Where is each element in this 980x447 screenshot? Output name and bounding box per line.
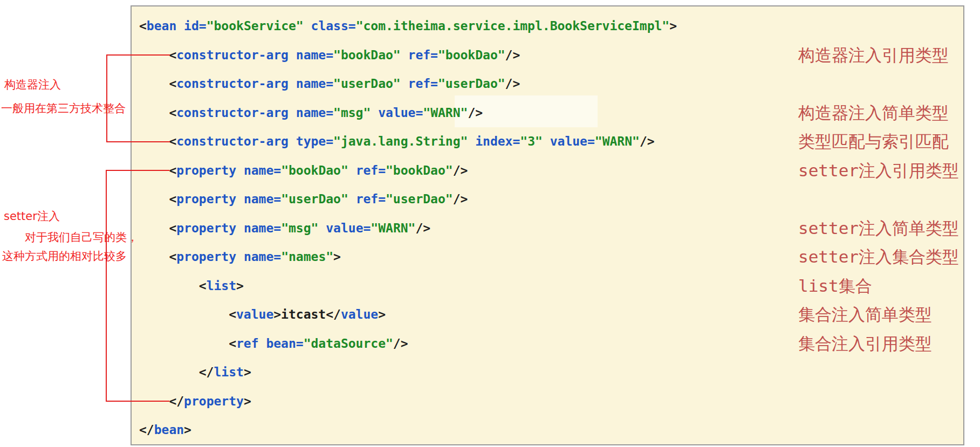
xml-name-token: property: [176, 221, 236, 235]
xml-value-token: "dataSource": [304, 336, 393, 350]
line-annotation-label: setter注入集合类型: [798, 243, 959, 272]
xml-plain-token: <: [139, 250, 176, 264]
xml-name-token: constructor-arg: [176, 48, 289, 62]
xml-plain-token: <: [139, 19, 147, 33]
xml-name-token: property: [176, 192, 236, 206]
xml-plain-token: >: [669, 19, 677, 33]
xml-plain-token: />: [505, 48, 520, 62]
line-annotation-label: 集合注入引用类型: [798, 329, 932, 359]
xml-plain-token: <: [139, 77, 176, 91]
xml-value-token: "bookService": [207, 19, 304, 33]
xml-plain-token: >: [184, 423, 191, 437]
line-annotation-label: setter注入简单类型: [798, 214, 959, 243]
xml-name-token: property: [176, 163, 236, 177]
xml-value-token: "WARN": [371, 221, 415, 235]
xml-plain-token: />: [505, 77, 520, 91]
xml-plain-token: >: [236, 279, 244, 293]
xml-value-token: "bookDao": [333, 48, 401, 62]
xml-name-token: id=: [184, 19, 207, 33]
xml-plain-token: [468, 134, 475, 148]
xml-name-token: name=: [296, 48, 333, 62]
setter-bracket-top-line: [106, 170, 169, 171]
xml-name-token: ref=: [356, 163, 386, 177]
xml-value-token: "userDao": [386, 192, 453, 206]
xml-plain-token: [289, 77, 296, 91]
xml-plain-token: >: [244, 365, 251, 379]
code-line: </property>: [139, 387, 963, 416]
xml-name-token: name=: [244, 221, 281, 235]
code-line: <constructor-arg name="userDao" ref="use…: [139, 70, 963, 99]
xml-value-token: "userDao": [438, 77, 505, 91]
xml-plain-token: [348, 163, 356, 177]
constructor-injection-note-title: 构造器注入: [4, 77, 61, 92]
xml-name-token: property: [184, 394, 244, 408]
setter-bracket-vertical-line: [106, 170, 107, 402]
xml-name-token: value=: [378, 106, 423, 120]
line-annotation-label: 集合注入简单类型: [798, 300, 932, 329]
xml-name-token: name=: [244, 192, 281, 206]
xml-name-token: bean=: [266, 336, 303, 350]
xml-value-token: "bookDao": [386, 163, 453, 177]
xml-value-token: "WARN": [595, 134, 640, 148]
xml-plain-token: [176, 19, 184, 33]
line-annotation-label: setter注入引用类型: [798, 156, 959, 185]
xml-name-token: list: [207, 279, 236, 293]
code-line: <property name="userDao" ref="userDao"/>: [139, 185, 963, 214]
xml-value-token: "bookDao": [438, 48, 505, 62]
xml-plain-token: [236, 192, 244, 206]
xml-plain-token: [236, 221, 244, 235]
xml-plain-token: />: [453, 192, 468, 206]
xml-plain-token: [236, 163, 244, 177]
code-line: </list>: [139, 358, 963, 387]
xml-plain-token: <: [139, 336, 236, 350]
xml-name-token: class=: [311, 19, 356, 33]
xml-plain-token: [371, 106, 378, 120]
xml-name-token: constructor-arg: [176, 134, 289, 148]
xml-name-token: bean: [154, 423, 184, 437]
xml-value-token: "3": [520, 134, 543, 148]
xml-name-token: ref: [236, 336, 259, 350]
xml-name-token: value=: [326, 221, 371, 235]
xml-plain-token: />: [468, 106, 483, 120]
xml-name-token: type=: [296, 134, 333, 148]
xml-name-token: ref=: [356, 192, 386, 206]
xml-plain-token: />: [393, 336, 408, 350]
xml-name-token: value: [341, 307, 378, 321]
xml-plain-token: [401, 48, 408, 62]
xml-plain-token: <: [139, 106, 176, 120]
xml-name-token: name=: [244, 250, 281, 264]
xml-value-token: "msg": [281, 221, 318, 235]
xml-name-token: constructor-arg: [176, 77, 289, 91]
xml-name-token: bean: [147, 19, 176, 33]
xml-value-token: "userDao": [333, 77, 401, 91]
line-annotation-label: 类型匹配与索引匹配: [798, 127, 949, 156]
constructor-bracket-vertical-line: [106, 54, 107, 142]
xml-value-token: "com.itheima.service.impl.BookServiceImp…: [356, 19, 670, 33]
xml-plain-token: [348, 192, 356, 206]
xml-plain-token: [401, 77, 408, 91]
xml-plain-token: >: [333, 250, 341, 264]
constructor-bracket-bottom-line: [106, 141, 170, 142]
setter-injection-note-desc1: 对于我们自己写的类，: [25, 230, 138, 245]
xml-plain-token: >: [244, 394, 251, 408]
xml-name-token: constructor-arg: [176, 106, 289, 120]
xml-value-token: "userDao": [281, 192, 348, 206]
xml-plain-token: [543, 134, 550, 148]
xml-plain-token: [236, 250, 244, 264]
constructor-bracket-top-line: [106, 54, 170, 56]
xml-name-token: value=: [550, 134, 595, 148]
xml-plain-token: />: [415, 221, 430, 235]
xml-value-token: "msg": [333, 106, 371, 120]
code-line: </bean>: [139, 416, 963, 445]
xml-name-token: index=: [475, 134, 520, 148]
xml-plain-token: >: [378, 307, 386, 321]
xml-plain-token: [289, 106, 296, 120]
setter-injection-note-desc2: 这种方式用的相对比较多: [2, 249, 127, 264]
slide-canvas: <bean id="bookService" class="com.itheim…: [0, 0, 980, 447]
xml-plain-token: <: [139, 307, 236, 321]
xml-name-token: list: [214, 365, 243, 379]
line-annotation-label: 构造器注入简单类型: [798, 99, 949, 128]
xml-value-token: "java.lang.String": [333, 134, 468, 148]
xml-plain-token: >itcast</: [273, 307, 341, 321]
code-line: <bean id="bookService" class="com.itheim…: [139, 12, 963, 41]
